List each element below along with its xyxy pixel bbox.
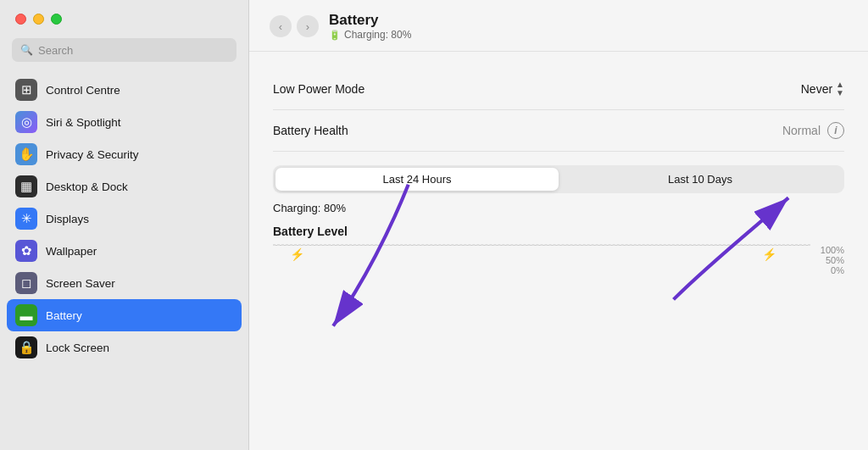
displays-icon: ✳ [15, 208, 37, 230]
desktop-icon: ▦ [15, 175, 37, 197]
battery-health-value: Normal i [782, 122, 844, 139]
sidebar-item-privacy[interactable]: ✋ Privacy & Security [7, 138, 242, 170]
battery-charging-icon: 🔋 [329, 30, 341, 41]
search-icon: 🔍 [20, 44, 33, 56]
sidebar-item-label: Lock Screen [46, 342, 109, 354]
sidebar-items-list: ⊞ Control Centre ◎ Siri & Spotlight ✋ Pr… [0, 70, 248, 450]
page-title: Battery [329, 12, 411, 29]
minimize-button[interactable] [33, 14, 44, 25]
chart-title: Battery Level [273, 225, 844, 238]
sidebar-item-label: Desktop & Dock [46, 181, 128, 193]
low-power-mode-row: Low Power Mode Never ▲ ▼ [273, 69, 844, 110]
sidebar: 🔍 Search ⊞ Control Centre ◎ Siri & Spotl… [0, 0, 249, 450]
battery-health-row: Battery Health Normal i [273, 110, 844, 152]
close-button[interactable] [15, 14, 26, 25]
sidebar-item-desktop[interactable]: ▦ Desktop & Dock [7, 170, 242, 203]
search-box[interactable]: 🔍 Search [12, 38, 236, 62]
sidebar-item-label: Displays [46, 213, 89, 225]
info-button[interactable]: i [827, 122, 844, 139]
lockscreen-icon: 🔒 [15, 336, 37, 358]
main-content: ‹ › Battery 🔋 Charging: 80% [249, 0, 868, 450]
time-period-tabs: Last 24 Hours Last 10 Days [273, 165, 844, 193]
sidebar-item-displays[interactable]: ✳ Displays [7, 203, 242, 235]
low-power-mode-selected: Never [801, 82, 832, 96]
tab-10-days[interactable]: Last 10 Days [559, 168, 842, 191]
sidebar-item-label: Battery [46, 309, 82, 322]
lightning-right-icon: ⚡ [762, 247, 776, 261]
lightning-left-icon: ⚡ [290, 247, 304, 261]
privacy-icon: ✋ [15, 143, 37, 165]
chart-wrapper: 100% 50% 0% [273, 245, 844, 246]
chart-bars [273, 245, 810, 246]
stepper-arrows[interactable]: ▲ ▼ [836, 81, 844, 97]
low-power-mode-value[interactable]: Never ▲ ▼ [801, 81, 844, 97]
battery-icon: ▬ [15, 304, 37, 326]
main-body: Low Power Mode Never ▲ ▼ Battery Health … [249, 52, 868, 450]
maximize-button[interactable] [51, 14, 62, 25]
sidebar-item-label: Siri & Spotlight [46, 116, 121, 129]
chart-section: Battery Level 100% 50% 0% ⚡ [273, 225, 844, 261]
forward-button[interactable]: › [297, 15, 319, 37]
sidebar-item-siri[interactable]: ◎ Siri & Spotlight [7, 106, 242, 138]
sidebar-item-wallpaper[interactable]: ✿ Wallpaper [7, 235, 242, 267]
battery-health-status: Normal [782, 124, 821, 137]
wallpaper-icon: ✿ [15, 240, 37, 262]
screensaver-icon: ◻ [15, 272, 37, 294]
traffic-lights [0, 0, 248, 35]
info-icon: i [834, 125, 837, 136]
search-placeholder: Search [38, 44, 73, 57]
y-label-50: 50% [814, 255, 844, 265]
main-header: ‹ › Battery 🔋 Charging: 80% [249, 0, 868, 52]
battery-health-label: Battery Health [273, 124, 348, 137]
y-label-0: 0% [814, 265, 844, 275]
sidebar-item-battery[interactable]: ▬ Battery [7, 299, 242, 331]
sidebar-item-control-centre[interactable]: ⊞ Control Centre [7, 74, 242, 106]
back-button[interactable]: ‹ [270, 15, 292, 37]
sidebar-item-label: Control Centre [46, 84, 120, 97]
header-title-block: Battery 🔋 Charging: 80% [329, 12, 411, 41]
siri-icon: ◎ [15, 111, 37, 133]
y-label-100: 100% [814, 245, 844, 255]
grid-line-100 [273, 245, 810, 246]
chart-bottom-indicators: ⚡ ⚡ [273, 247, 810, 261]
nav-buttons: ‹ › [270, 15, 319, 37]
sidebar-item-label: Privacy & Security [46, 148, 139, 161]
charging-subtitle: 🔋 Charging: 80% [329, 29, 411, 41]
tab-24-hours[interactable]: Last 24 Hours [275, 168, 559, 191]
chart-y-labels: 100% 50% 0% [814, 245, 844, 246]
charging-status-text: Charging: 80% [273, 202, 844, 214]
sidebar-item-label: Screen Saver [46, 277, 115, 290]
control-centre-icon: ⊞ [15, 79, 37, 101]
charging-text: Charging: 80% [344, 29, 411, 41]
sidebar-item-lockscreen[interactable]: 🔒 Lock Screen [7, 331, 242, 364]
search-container: 🔍 Search [0, 35, 248, 70]
sidebar-item-label: Wallpaper [46, 245, 97, 258]
low-power-mode-label: Low Power Mode [273, 82, 364, 96]
sidebar-item-screensaver[interactable]: ◻ Screen Saver [7, 267, 242, 299]
